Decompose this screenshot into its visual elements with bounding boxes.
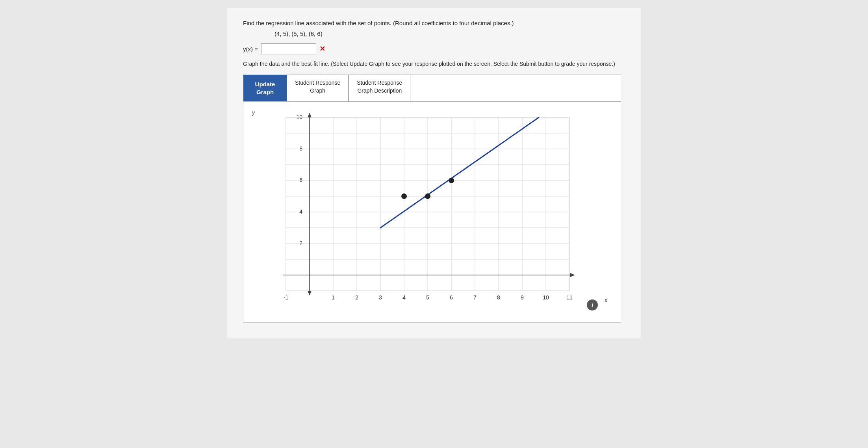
- equation-label: y(x) =: [243, 46, 258, 52]
- tab-student-response-description[interactable]: Student ResponseGraph Description: [349, 75, 410, 101]
- svg-text:10: 10: [296, 114, 302, 120]
- svg-text:10: 10: [543, 294, 549, 301]
- data-point-4-5: [401, 193, 407, 199]
- tab-student-response-graph[interactable]: Student ResponseGraph: [287, 75, 349, 101]
- graph-section: UpdateGraph Student ResponseGraph Studen…: [243, 74, 621, 323]
- svg-marker-27: [308, 113, 312, 117]
- svg-text:1: 1: [332, 294, 335, 301]
- svg-marker-30: [570, 273, 575, 277]
- svg-text:3: 3: [379, 294, 382, 301]
- y-axis-label: y: [252, 110, 255, 116]
- svg-text:6: 6: [299, 177, 302, 183]
- svg-text:8: 8: [299, 145, 302, 152]
- info-icon[interactable]: i: [587, 299, 598, 310]
- problem-points: (4, 5), (5, 5), (6, 6): [274, 30, 625, 37]
- tab-row: UpdateGraph Student ResponseGraph Studen…: [243, 75, 621, 102]
- svg-text:4: 4: [299, 208, 302, 215]
- svg-text:4: 4: [402, 294, 406, 301]
- page-container: Find the regression line associated with…: [227, 8, 641, 338]
- equation-input[interactable]: [261, 43, 316, 54]
- svg-text:2: 2: [299, 240, 302, 246]
- problem-instruction: Find the regression line associated with…: [243, 20, 625, 26]
- graph-area: y x: [243, 102, 621, 322]
- svg-text:-1: -1: [284, 294, 289, 301]
- svg-text:6: 6: [450, 294, 453, 301]
- svg-text:8: 8: [497, 294, 500, 301]
- graph-instruction: Graph the data and the best-fit line. (S…: [243, 60, 625, 68]
- chart-wrapper: y x: [255, 110, 602, 314]
- equation-row: y(x) = ✕: [243, 43, 625, 54]
- update-graph-button[interactable]: UpdateGraph: [243, 75, 287, 101]
- chart-svg: -1 1 2 3 4 5 6 7 8 9 10 11 2 4: [255, 110, 598, 310]
- svg-text:11: 11: [566, 294, 573, 301]
- data-point-5-5: [425, 193, 430, 199]
- svg-text:7: 7: [473, 294, 477, 301]
- svg-text:5: 5: [426, 294, 429, 301]
- svg-text:2: 2: [355, 294, 358, 301]
- svg-text:9: 9: [521, 294, 524, 301]
- data-point-6-6: [449, 178, 454, 183]
- svg-marker-28: [308, 291, 312, 296]
- error-symbol: ✕: [319, 45, 325, 53]
- x-axis-label: x: [605, 297, 607, 303]
